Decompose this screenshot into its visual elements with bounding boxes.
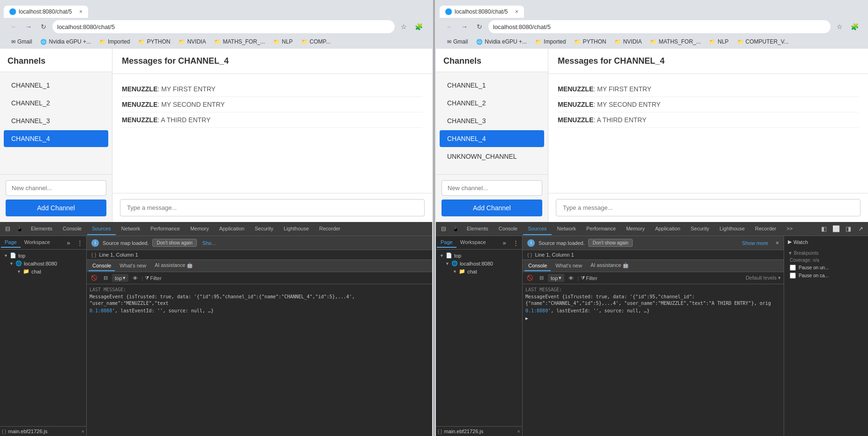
bookmark-maths-right[interactable]: 📁MATHS_FOR_... (646, 37, 704, 46)
filter-button-left[interactable]: ⧩ Filter (145, 275, 161, 281)
bookmark-maths-left[interactable]: 📁MATHS_FOR_... (210, 37, 269, 46)
console-tab-ai-left[interactable]: AI assistance 🤖 (151, 260, 197, 271)
tree-item-chat-right[interactable]: ▼ 📁 chat (438, 267, 520, 275)
bookmark-nvidia-egpu-left[interactable]: 🌐Nvidia eGPU +... (37, 37, 95, 46)
devtools-tab-application-left[interactable]: Application (215, 223, 249, 235)
pause-on-un-checkbox-right[interactable] (790, 265, 796, 271)
devtools-popout-right[interactable]: ↗ (855, 223, 866, 235)
bookmark-star-right[interactable]: ☆ (833, 21, 846, 33)
devtools-page-tab-right[interactable]: Page (437, 237, 456, 248)
bookmark-python-right[interactable]: 📁PYTHON (570, 37, 610, 46)
tree-item-top-left[interactable]: ▼ 📄 top (2, 251, 84, 259)
address-bar-left[interactable] (52, 20, 395, 33)
bookmark-nvidia-egpu-right[interactable]: 🌐Nvidia eGPU +... (472, 37, 531, 46)
extensions-left[interactable]: 🧩 (412, 21, 425, 33)
devtools-sidebar-menu-right[interactable]: ⋮ (510, 237, 521, 248)
address-bar-right[interactable] (488, 20, 831, 33)
window-divider[interactable] (433, 0, 435, 436)
file-close-right[interactable]: × (517, 429, 520, 434)
devtools-tab-more-right[interactable]: >> (782, 223, 797, 235)
sidebar-item-channel3-right[interactable]: CHANNEL_3 (440, 112, 544, 129)
devtools-tab-lighthouse-left[interactable]: Lighthouse (279, 223, 314, 235)
sidebar-item-channel2-right[interactable]: CHANNEL_2 (440, 95, 544, 111)
sidebar-item-channel3-left[interactable]: CHANNEL_3 (4, 112, 108, 129)
devtools-tab-lighthouse-right[interactable]: Lighthouse (715, 223, 749, 235)
devtools-tab-security-right[interactable]: Security (686, 223, 714, 235)
devtools-tab-memory-right[interactable]: Memory (621, 223, 650, 235)
console-toggle-right[interactable]: ⊟ (537, 273, 546, 283)
devtools-toggle-right[interactable]: ⊟ (438, 223, 449, 235)
close-notice-right[interactable]: × (776, 240, 779, 246)
tree-item-top-right[interactable]: ▼ 📄 top (438, 251, 520, 259)
bookmark-comp-left[interactable]: 📁COMP... (298, 37, 334, 46)
console-link-right[interactable]: 0.1:8080 (525, 308, 548, 313)
forward-button-right[interactable]: → (458, 21, 471, 33)
tree-item-localhost-left[interactable]: ▼ 🌐 localhost:8080 (2, 259, 84, 267)
bookmark-computer-v-right[interactable]: 📁COMPUTER_V... (733, 37, 793, 46)
console-clear-left[interactable]: 🚫 (90, 273, 99, 283)
devtools-sidebar-menu-left[interactable]: ⋮ (74, 237, 85, 248)
pause-on-ca-checkbox-right[interactable] (790, 273, 796, 279)
reload-button-right[interactable]: ↻ (473, 21, 486, 33)
console-toggle-left[interactable]: ⊟ (101, 273, 110, 283)
bookmark-more-right[interactable] (793, 41, 801, 43)
devtools-tab-application-right[interactable]: Application (651, 223, 685, 235)
filter-button-right[interactable]: ⧩ Filter (581, 275, 597, 281)
bookmark-imported-left[interactable]: 📁Imported (96, 37, 134, 46)
show-link-left[interactable]: Sho... (202, 240, 216, 246)
bookmark-nvidia-left[interactable]: 📁NVIDIA (175, 37, 210, 46)
devtools-tab-console-left[interactable]: Console (58, 223, 86, 235)
top-selector-left[interactable]: top ▾ (112, 274, 128, 282)
console-tab-whatsnew-right[interactable]: What's new (552, 261, 586, 271)
devtools-tab-performance-right[interactable]: Performance (582, 223, 621, 235)
dont-show-button-right[interactable]: Don't show again (588, 239, 632, 247)
devtools-tab-elements-left[interactable]: Elements (26, 223, 57, 235)
dont-show-button-left[interactable]: Don't show again (152, 239, 196, 247)
new-channel-input-left[interactable] (6, 180, 106, 196)
sidebar-item-channel2-left[interactable]: CHANNEL_2 (4, 95, 108, 111)
sidebar-item-unknown-channel-right[interactable]: UNKNOWN_CHANNEL (440, 148, 544, 165)
devtools-tab-network-left[interactable]: Network (117, 223, 145, 235)
sidebar-item-channel4-right[interactable]: CHANNEL_4 (440, 130, 544, 147)
devtools-device-left[interactable]: 📱 (14, 223, 25, 235)
console-eye-left[interactable]: 👁 (130, 273, 140, 283)
devtools-toggle-left[interactable]: ⊟ (2, 223, 13, 235)
devtools-page-tab-left[interactable]: Page (1, 237, 21, 248)
devtools-tab-performance-left[interactable]: Performance (146, 223, 185, 235)
devtools-sidebar-more-right[interactable]: » (499, 237, 510, 248)
devtools-undock-left-right[interactable]: ◧ (818, 223, 830, 235)
bookmark-nlp-left[interactable]: 📁NLP (269, 37, 296, 46)
add-channel-button-right[interactable]: Add Channel (441, 200, 542, 216)
devtools-tab-security-left[interactable]: Security (250, 223, 278, 235)
file-close-left[interactable]: × (82, 429, 84, 434)
chrome-tab-left[interactable]: 🌐 localhost:8080/chat/5 × (4, 6, 88, 18)
bookmark-python-left[interactable]: 📁PYTHON (135, 37, 174, 46)
devtools-device-right[interactable]: 📱 (450, 223, 461, 235)
console-tab-console-left[interactable]: Console (89, 261, 115, 271)
console-clear-right[interactable]: 🚫 (525, 273, 535, 283)
tree-item-chat-left[interactable]: ▼ 📁 chat (2, 267, 84, 275)
devtools-workspace-tab-right[interactable]: Workspace (456, 237, 490, 248)
bookmark-star-left[interactable]: ☆ (397, 21, 410, 33)
devtools-workspace-tab-left[interactable]: Workspace (21, 237, 54, 248)
reload-button-left[interactable]: ↻ (37, 21, 50, 33)
devtools-tab-elements-right[interactable]: Elements (462, 223, 493, 235)
tab-close-left[interactable]: × (79, 8, 82, 15)
forward-button-left[interactable]: → (22, 21, 35, 33)
back-button-right[interactable]: ← (443, 21, 456, 33)
pause-on-un-right[interactable]: Pause on un... (788, 264, 864, 272)
sidebar-item-channel1-left[interactable]: CHANNEL_1 (4, 77, 108, 94)
sidebar-item-channel4-left[interactable]: CHANNEL_4 (4, 130, 108, 147)
sidebar-item-channel1-right[interactable]: CHANNEL_1 (440, 77, 544, 94)
devtools-undock-right-right[interactable]: ◨ (843, 223, 854, 235)
new-channel-input-right[interactable] (441, 180, 542, 196)
back-button-left[interactable]: ← (7, 21, 20, 33)
message-input-left[interactable] (120, 199, 425, 216)
console-tab-ai-right[interactable]: AI assistance 🤖 (587, 260, 633, 271)
top-selector-right[interactable]: top ▾ (548, 274, 564, 282)
devtools-tab-sources-right[interactable]: Sources (523, 223, 551, 235)
devtools-tab-memory-left[interactable]: Memory (186, 223, 214, 235)
add-channel-button-left[interactable]: Add Channel (6, 200, 106, 216)
extensions-right[interactable]: 🧩 (848, 21, 861, 33)
bookmark-gmail-right[interactable]: ✉Gmail (443, 37, 471, 46)
